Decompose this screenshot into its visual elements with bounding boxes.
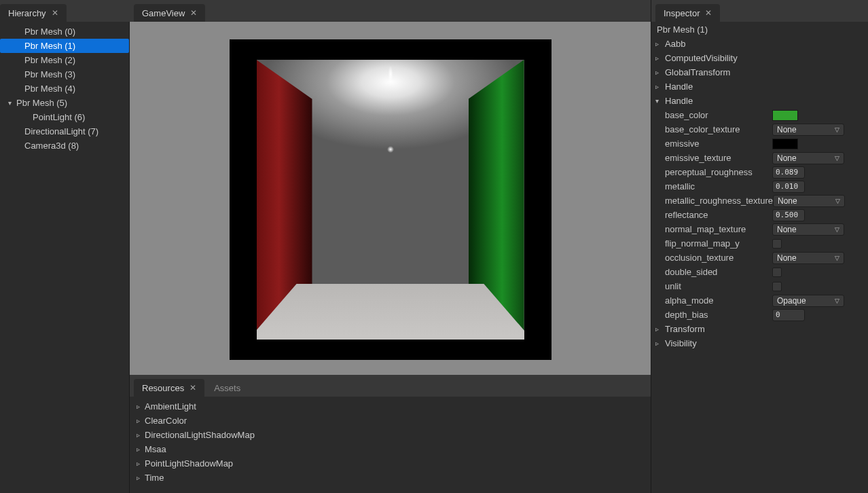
hierarchy-tab-bar: Hierarchy ✕ — [0, 0, 130, 22]
number-input[interactable] — [772, 166, 805, 179]
close-icon[interactable]: ✕ — [189, 383, 196, 392]
expand-toggle-icon[interactable]: ▹ — [137, 431, 145, 439]
component-header[interactable]: ▹Aabb — [651, 37, 868, 51]
hierarchy-item-label: Pbr Mesh (3) — [22, 69, 75, 79]
hierarchy-item[interactable]: Pbr Mesh (4) — [0, 81, 129, 96]
dropdown-value: Opaque — [777, 296, 806, 306]
property-label: perceptual_roughness — [665, 167, 772, 177]
component-header[interactable]: ▹Transform — [651, 322, 868, 336]
property-row: normal_map_textureNone▽ — [651, 222, 868, 236]
resource-item[interactable]: ▹ClearColor — [130, 414, 651, 428]
viewport[interactable] — [230, 39, 551, 360]
component-name: Transform — [665, 324, 705, 334]
property-label: metallic — [665, 181, 772, 191]
dropdown[interactable]: None▽ — [772, 252, 844, 264]
close-icon[interactable]: ✕ — [52, 8, 58, 18]
dropdown[interactable]: Opaque▽ — [772, 295, 844, 307]
expand-toggle-icon[interactable]: ▹ — [137, 460, 145, 467]
property-row: occlusion_textureNone▽ — [651, 251, 868, 265]
component-header[interactable]: ▹Handle — [651, 79, 868, 94]
color-swatch[interactable] — [772, 139, 798, 149]
resource-item[interactable]: ▹Time — [130, 471, 651, 485]
property-label: base_color — [665, 110, 772, 120]
resource-item[interactable]: ▹PointLightShadowMap — [130, 456, 651, 471]
checkbox[interactable] — [772, 282, 782, 291]
expand-toggle-icon[interactable]: ▹ — [655, 340, 665, 347]
hierarchy-item[interactable]: PointLight (6) — [0, 110, 129, 124]
expand-toggle-icon[interactable]: ▾ — [655, 97, 665, 105]
expand-toggle-icon[interactable]: ▹ — [655, 325, 665, 333]
expand-toggle-icon[interactable]: ▹ — [137, 474, 145, 481]
gameview-tab[interactable]: GameView ✕ — [134, 4, 205, 22]
resource-item[interactable]: ▹AmbientLight — [130, 399, 651, 414]
dropdown[interactable]: None▽ — [772, 223, 844, 236]
hierarchy-item-label: Camera3d (8) — [22, 141, 79, 151]
expand-toggle-icon[interactable]: ▾ — [5, 99, 14, 107]
hierarchy-tab-label: Hierarchy — [8, 8, 46, 18]
gameview-panel — [130, 22, 651, 375]
expand-toggle-icon[interactable]: ▹ — [137, 417, 145, 424]
expand-toggle-icon[interactable]: ▹ — [655, 69, 665, 76]
expand-toggle-icon[interactable]: ▹ — [137, 445, 145, 453]
property-row: flip_normal_map_y — [651, 236, 868, 251]
hierarchy-item[interactable]: Pbr Mesh (3) — [0, 67, 129, 81]
component-header[interactable]: ▹GlobalTransform — [651, 65, 868, 79]
hierarchy-item[interactable]: DirectionalLight (7) — [0, 124, 129, 139]
component-name: Handle — [665, 96, 693, 106]
dropdown[interactable]: None▽ — [773, 195, 845, 207]
chevron-down-icon: ▽ — [835, 297, 839, 304]
close-icon[interactable]: ✕ — [190, 8, 197, 18]
hierarchy-item[interactable]: ▾Pbr Mesh (5) — [0, 96, 129, 110]
dropdown[interactable]: None▽ — [772, 124, 844, 136]
property-row: emissive_textureNone▽ — [651, 151, 868, 165]
dropdown-value: None — [777, 225, 797, 234]
hierarchy-tab[interactable]: Hierarchy ✕ — [0, 4, 67, 22]
hierarchy-item[interactable]: Camera3d (8) — [0, 139, 129, 153]
property-row: metallic_roughness_textureNone▽ — [651, 194, 868, 208]
component-name: ComputedVisibility — [665, 53, 738, 63]
assets-tab[interactable]: Assets — [206, 379, 249, 397]
inspector-tab[interactable]: Inspector ✕ — [655, 4, 720, 22]
property-row: perceptual_roughness — [651, 165, 868, 179]
gameview-tab-bar: GameView ✕ — [130, 0, 651, 22]
component-name: GlobalTransform — [665, 67, 730, 77]
property-label: double_sided — [665, 267, 772, 277]
property-label: depth_bias — [665, 310, 772, 320]
dropdown-value: None — [778, 196, 797, 206]
expand-toggle-icon[interactable]: ▹ — [655, 83, 665, 90]
expand-toggle-icon[interactable]: ▹ — [655, 40, 665, 48]
number-input[interactable] — [772, 209, 805, 221]
chevron-down-icon: ▽ — [835, 255, 839, 261]
inspector-tab-label: Inspector — [664, 8, 700, 18]
hierarchy-item-label: Pbr Mesh (4) — [22, 84, 75, 94]
resource-label: DirectionalLightShadowMap — [145, 430, 255, 440]
dropdown[interactable]: None▽ — [772, 152, 844, 164]
checkbox[interactable] — [772, 268, 782, 277]
component-header[interactable]: ▹Visibility — [651, 336, 868, 350]
component-name: Handle — [665, 81, 693, 92]
hierarchy-item[interactable]: Pbr Mesh (2) — [0, 53, 129, 67]
dropdown-value: None — [777, 153, 797, 163]
property-label: occlusion_texture — [665, 253, 772, 263]
property-label: unlit — [665, 281, 772, 291]
property-label: flip_normal_map_y — [665, 238, 772, 249]
resource-item[interactable]: ▹DirectionalLightShadowMap — [130, 428, 651, 442]
component-header[interactable]: ▹ComputedVisibility — [651, 51, 868, 65]
resource-item[interactable]: ▹Msaa — [130, 442, 651, 456]
resource-label: Time — [145, 473, 164, 483]
property-label: emissive_texture — [665, 153, 772, 163]
color-swatch[interactable] — [772, 110, 798, 121]
expand-toggle-icon[interactable]: ▹ — [137, 403, 145, 410]
hierarchy-item[interactable]: Pbr Mesh (0) — [0, 24, 129, 39]
number-input[interactable] — [772, 309, 805, 321]
hierarchy-item[interactable]: Pbr Mesh (1) — [0, 39, 129, 53]
component-header[interactable]: ▾Handle — [651, 94, 868, 108]
checkbox[interactable] — [772, 239, 782, 249]
chevron-down-icon: ▽ — [835, 155, 839, 162]
expand-toggle-icon[interactable]: ▹ — [655, 54, 665, 62]
hierarchy-item-label: Pbr Mesh (5) — [14, 98, 67, 108]
close-icon[interactable]: ✕ — [705, 8, 712, 18]
resources-tab[interactable]: Resources ✕ — [134, 379, 204, 397]
number-input[interactable] — [772, 181, 805, 193]
component-name: Visibility — [665, 338, 697, 348]
